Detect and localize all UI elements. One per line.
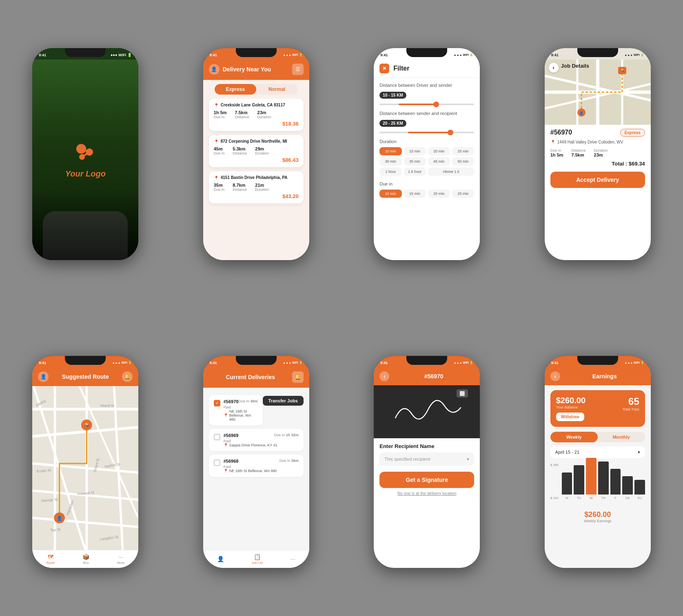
back-btn[interactable]: ‹ bbox=[379, 371, 389, 381]
slider-thumb-1[interactable] bbox=[433, 102, 439, 107]
no-one-text[interactable]: No one is at the delivery location bbox=[379, 491, 474, 496]
due-chip-25min[interactable]: 25 min bbox=[452, 190, 474, 198]
chip-25min[interactable]: 25 min bbox=[452, 147, 474, 155]
get-signature-button[interactable]: Get a Signature bbox=[379, 472, 474, 488]
notch bbox=[65, 356, 106, 365]
nav-more[interactable]: ··· More bbox=[117, 554, 124, 565]
due-chip-20min[interactable]: 20 min bbox=[428, 190, 450, 198]
delivery-card-1[interactable]: 📍 Creekside Lane Goleta, CA 93117 1h 5mD… bbox=[209, 99, 304, 131]
bar-f: F bbox=[610, 469, 621, 500]
chip-50min[interactable]: 50 min bbox=[452, 157, 474, 166]
delivery-card-3[interactable]: 📍 4151 Bastin Drive Philadelphia, PA 35m… bbox=[209, 171, 304, 203]
svg-text:👤: 👤 bbox=[579, 111, 583, 115]
chip-1-5hour[interactable]: 1.5 hour bbox=[404, 168, 426, 176]
profile-nav-icon: 👤 bbox=[217, 556, 224, 562]
chip-10min[interactable]: 10 min bbox=[379, 147, 401, 155]
accept-delivery-button[interactable]: Accept Delivery bbox=[550, 172, 645, 188]
signature-canvas[interactable]: ⬜ bbox=[374, 385, 480, 438]
job-list-label: Job List bbox=[252, 561, 263, 565]
nav-profile[interactable]: 👤 bbox=[217, 556, 224, 562]
checkbox-1[interactable]: ✓ bbox=[214, 400, 220, 406]
delivery-card-2[interactable]: 📍 872 Corpening Drive Northville, MI 45m… bbox=[209, 135, 304, 167]
chart-y-axis: $ 285 $ 142 bbox=[550, 463, 562, 500]
notch bbox=[236, 48, 277, 57]
chip-35min[interactable]: 35 min bbox=[404, 157, 426, 166]
delivery-item-3[interactable]: #56968 Due In 36m Paid 📍 NE 16th St Bell… bbox=[209, 455, 304, 477]
bar-mon bbox=[562, 472, 572, 495]
balance-amount: $260.00 bbox=[556, 396, 585, 405]
delivery-item-1[interactable]: ✓ #56970 Due In 45m Paid 📍 NE 16th St Be… bbox=[209, 395, 263, 426]
profile-icon[interactable]: 👤 bbox=[38, 371, 49, 382]
balance-label: Your Balance bbox=[556, 405, 585, 409]
slider-1[interactable] bbox=[379, 104, 474, 105]
notch bbox=[406, 356, 447, 365]
nav-more-deliveries[interactable]: ··· bbox=[290, 556, 295, 562]
balance-card: $260.00 Your Balance Withdraw 65 Total T… bbox=[550, 390, 645, 427]
slider-thumb-2[interactable] bbox=[448, 130, 453, 135]
filter-body: Distance between Driver and sender 10 - … bbox=[374, 78, 480, 260]
notch bbox=[236, 356, 277, 365]
address-pin-icon: 📍 bbox=[550, 140, 555, 144]
chip-45min[interactable]: 45 min bbox=[428, 157, 450, 166]
notification-btn[interactable]: 🔔 bbox=[292, 371, 304, 383]
chip-above[interactable]: Above 1.5 bbox=[428, 168, 475, 176]
phone-earnings: 9:41 ▲▲▲ WiFi 🔋 ‹ Earnings $260.00 Your … bbox=[512, 308, 683, 616]
more-nav-icon: ··· bbox=[290, 556, 295, 562]
delivery-meta-2: 45mDue In 5.3kmDistance 29mDuration bbox=[214, 146, 299, 155]
recipient-dropdown[interactable]: This specified recipient ▾ bbox=[379, 453, 474, 466]
earnings-back-btn[interactable]: ‹ bbox=[550, 371, 560, 381]
svg-text:Island St: Island St bbox=[100, 404, 115, 408]
job-due-value: 1h 5m bbox=[550, 152, 563, 157]
due-chip-10min[interactable]: 10 min bbox=[379, 190, 401, 198]
delivery-loc-2: 📍 Zappia Drive Florence, KY 41 bbox=[224, 443, 299, 447]
delivery-loc-1: 📍 NE 16th St Bellevue, WA 980 bbox=[224, 409, 258, 422]
chip-20min[interactable]: 20 min bbox=[428, 147, 450, 155]
chip-15min[interactable]: 15 min bbox=[404, 147, 426, 155]
delivery-item-2[interactable]: #56969 Due In 1h 32m Paid 📍 Zappia Drive… bbox=[209, 429, 304, 451]
signature-job-id: #56970 bbox=[393, 373, 474, 380]
checkbox-3[interactable] bbox=[214, 459, 220, 466]
tab-normal[interactable]: Normal bbox=[256, 84, 298, 95]
tab-monthly[interactable]: Monthly bbox=[598, 432, 645, 442]
job-header: #56970 Express bbox=[550, 129, 645, 137]
status-time: 9:41 bbox=[39, 361, 46, 365]
weekly-monthly-tabs: Weekly Monthly bbox=[550, 432, 645, 442]
filter-title: Filter bbox=[393, 65, 409, 72]
slider-2[interactable] bbox=[379, 132, 474, 133]
route-header: 👤 Suggested Route 🔔 bbox=[32, 367, 138, 386]
job-id: #56970 bbox=[550, 129, 572, 136]
filter-icon-btn[interactable]: ☰ bbox=[292, 64, 304, 75]
back-button[interactable]: ‹ bbox=[549, 63, 559, 73]
nav-box[interactable]: 📦 Box bbox=[82, 554, 89, 565]
job-distance-value: 7.5km bbox=[572, 152, 586, 157]
withdraw-button[interactable]: Withdraw bbox=[556, 413, 584, 421]
status-time: 9:41 bbox=[39, 53, 46, 57]
date-selector[interactable]: April 15 - 21 ▾ bbox=[550, 446, 645, 458]
due-chip-15min[interactable]: 15 min bbox=[404, 190, 426, 198]
day-f: F bbox=[614, 496, 616, 500]
checkbox-2[interactable] bbox=[214, 434, 220, 440]
notification-icon[interactable]: 🔔 bbox=[122, 371, 133, 382]
status-icons: ▲▲▲ WiFi 🔋 bbox=[624, 361, 644, 364]
chip-30min[interactable]: 30 min bbox=[379, 157, 401, 166]
tab-express[interactable]: Express bbox=[215, 84, 256, 95]
status-icons: ▲▲▲ WiFi 🔋 bbox=[283, 361, 302, 364]
tab-weekly[interactable]: Weekly bbox=[550, 432, 598, 442]
total-row: Total : $69.34 bbox=[550, 161, 645, 167]
close-button[interactable]: ✕ bbox=[379, 64, 389, 73]
profile-icon[interactable]: 👤 bbox=[209, 64, 220, 75]
day-tu: TU bbox=[577, 496, 581, 500]
chip-1hour[interactable]: 1 hour bbox=[379, 168, 401, 176]
bars-container: M TU W TH bbox=[562, 463, 645, 500]
delivery-price-1: $18.36 bbox=[214, 121, 299, 127]
nav-route[interactable]: 🗺 Route bbox=[46, 554, 55, 565]
nav-job-list[interactable]: 📋 Job List bbox=[252, 554, 263, 565]
logo-icon bbox=[73, 141, 98, 165]
job-address: 📍 1449 Hall Valley Drive Culloden, WV bbox=[550, 140, 645, 144]
day-su: SU bbox=[637, 496, 642, 500]
svg-text:📦: 📦 bbox=[84, 422, 90, 428]
transfer-jobs-btn[interactable]: Transfer Jobs bbox=[263, 396, 304, 406]
delivery-price-3: $43.20 bbox=[214, 193, 299, 199]
range-badge-1: 10 - 15 KM bbox=[379, 92, 406, 99]
more-icon: ··· bbox=[118, 554, 123, 560]
